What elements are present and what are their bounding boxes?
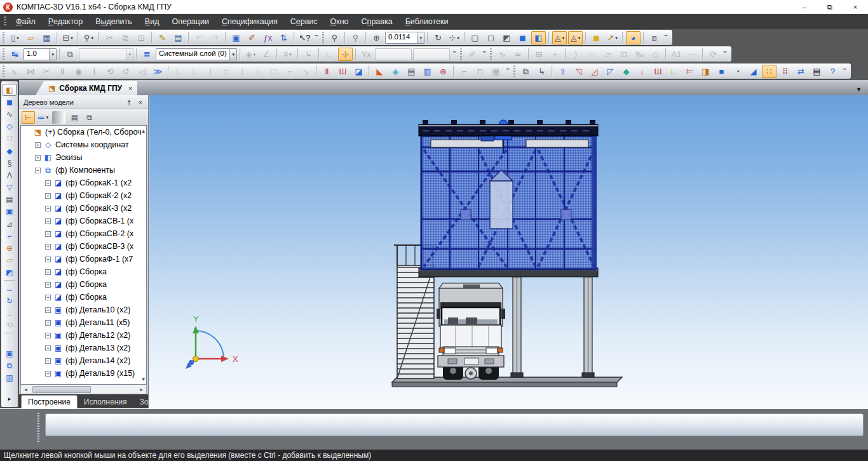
property-bar-grip[interactable] <box>37 413 39 443</box>
toolbar-item[interactable]: ▦ <box>39 31 54 44</box>
toolbar-item[interactable]: ⊡ <box>134 31 149 44</box>
toolbar-item[interactable]: ◆ <box>619 65 634 78</box>
panel-button[interactable]: ▸ <box>3 393 17 405</box>
toolbar-item[interactable] <box>622 32 623 43</box>
tree-item[interactable]: + ◪ (ф) СборкаСВ-1 (x <box>21 215 146 227</box>
toolbar-item[interactable] <box>57 32 58 43</box>
panel-button[interactable]: ◧ <box>3 84 17 96</box>
toolbar-item[interactable]: □ <box>267 65 281 78</box>
panel-button[interactable]: ↔ <box>3 283 17 295</box>
tree-toolbar-button[interactable]: ⧉ <box>83 111 96 124</box>
toolbar-item[interactable] <box>294 32 295 43</box>
toolbar-item[interactable]: ⊾ <box>8 65 22 78</box>
panel-button[interactable] <box>4 280 15 281</box>
toolbar-item[interactable]: Ⅰ <box>203 65 218 78</box>
toolbar-item[interactable]: ⋈ <box>24 65 38 78</box>
tree-bottom-tab[interactable]: Построение <box>21 395 78 408</box>
tree-toolbar-button[interactable]: ⊢ <box>22 111 35 124</box>
toolbar-item[interactable] <box>702 48 703 60</box>
tree-scroll-down-icon[interactable]: ▾ <box>142 376 145 382</box>
toolbar-item[interactable]: ◼ <box>515 31 530 44</box>
toolbar-item[interactable]: ⊥ <box>235 65 250 78</box>
panel-button[interactable]: ◩ <box>3 267 17 279</box>
toolbar-item[interactable]: ∟ <box>322 48 337 61</box>
tree-expand-toggle[interactable]: + <box>45 307 51 313</box>
toolbar-item[interactable]: Системный слой (0) ▾ <box>156 48 237 60</box>
viewport-canvas[interactable]: Y X <box>149 95 868 408</box>
toolbar-item[interactable]: ↻ <box>431 31 445 44</box>
tree-item[interactable]: + ▣ (ф) Деталь10 (x2) <box>21 304 146 316</box>
toolbar-item[interactable] <box>355 48 356 60</box>
toolbar-item[interactable] <box>513 65 515 77</box>
panel-button[interactable]: ▥ <box>3 371 17 384</box>
toolbar-item[interactable]: ↳ <box>301 48 316 61</box>
toolbar-item[interactable]: ✐ <box>465 48 480 61</box>
toolbar-item[interactable] <box>297 48 299 60</box>
panel-button[interactable]: ⊥ <box>3 307 17 319</box>
panel-button[interactable]: ▤ <box>3 194 17 206</box>
tree-expand-toggle[interactable]: + <box>45 295 51 300</box>
tree-item[interactable]: + ◪ (ф) СборкаСВ-3 (x <box>21 240 146 253</box>
tab-close-icon[interactable]: × <box>128 84 132 92</box>
toolbar-item[interactable]: ◬ ▾ <box>568 31 583 44</box>
toolbar-item[interactable] <box>375 48 412 60</box>
toolbar-item[interactable]: ◼ <box>589 31 604 44</box>
tree-horizontal-scrollbar[interactable]: ◂ ▸ <box>20 385 147 394</box>
toolbar-item[interactable]: ▤ <box>171 31 186 44</box>
toolbar-item[interactable]: ⊓ <box>473 65 487 78</box>
toolbar-item[interactable]: ? <box>825 65 840 78</box>
toolbar-item[interactable] <box>225 32 226 43</box>
toolbar-item[interactable] <box>240 48 241 60</box>
toolbar-item[interactable] <box>78 32 79 43</box>
document-tab[interactable]: ⬔ Сборка КМД ГПУ × <box>36 81 137 95</box>
toolbar-item[interactable]: 0.0114 ▾ <box>385 32 424 44</box>
toolbar-item[interactable]: ∟ <box>667 65 681 78</box>
tree-item[interactable]: + ◪ (ф) СборкаК-1 (x2 <box>21 177 146 189</box>
tree-expand-toggle[interactable]: + <box>45 269 51 275</box>
toolbar-item[interactable]: ◧ <box>531 31 546 44</box>
toolbar-item[interactable] <box>3 48 4 60</box>
3d-scene[interactable]: Y X <box>149 95 868 408</box>
toolbar-item[interactable]: ▥ <box>420 65 435 78</box>
toolbar-item[interactable]: ✎ <box>155 31 170 44</box>
toolbar-item[interactable]: 1.0 ▾ <box>24 48 57 60</box>
toolbar-item[interactable]: ▤ <box>810 65 824 78</box>
toolbar-item[interactable]: ⊨ <box>682 65 697 78</box>
panel-button[interactable]: ⌐ <box>3 230 17 242</box>
tree-item[interactable]: + ▣ (ф) Деталь19 (x15) <box>21 367 146 380</box>
toolbar-item[interactable] <box>505 65 511 78</box>
toolbar-item[interactable]: ◪ <box>351 65 366 78</box>
panel-button[interactable]: ◆ <box>3 145 17 157</box>
toolbar-item[interactable]: ◉ <box>71 65 86 78</box>
toolbar-item[interactable]: ◻ <box>484 31 498 44</box>
tree-expand-toggle[interactable]: + <box>45 371 51 377</box>
toolbar-item[interactable] <box>3 65 4 77</box>
toolbar-item[interactable]: ≣ <box>140 48 154 61</box>
toolbar-item[interactable] <box>313 31 320 44</box>
panel-button[interactable]: ↻ <box>3 295 17 307</box>
panel-button[interactable]: ▣ <box>3 347 17 359</box>
toolbar-item[interactable]: ⚲ <box>348 31 363 44</box>
tree-item[interactable]: + ▣ (ф) Деталь11 (x5) <box>21 316 146 329</box>
tree-item[interactable]: + ◧ Эскизы <box>21 151 146 164</box>
tree-item[interactable]: − ⧉ (ф) Компоненты <box>21 164 146 177</box>
model-roof-cap[interactable] <box>419 120 598 136</box>
toolbar-item[interactable] <box>316 65 317 77</box>
toolbar-item[interactable] <box>841 65 848 78</box>
panel-button[interactable]: ▱ <box>3 255 17 267</box>
toolbar-item[interactable]: ▤ <box>404 65 419 78</box>
toolbar-item[interactable]: ⚲ ▾ <box>81 31 96 44</box>
toolbar-item[interactable]: ◁ <box>135 65 149 78</box>
toolbar-item[interactable]: } <box>569 48 583 61</box>
toolbar-item[interactable]: ◔ <box>730 65 745 78</box>
tree-item[interactable]: + ◪ (ф) Сборка <box>21 291 146 304</box>
toolbar-item[interactable] <box>665 48 667 60</box>
toolbar-item[interactable] <box>643 32 644 43</box>
toolbar-item[interactable]: ⇄ <box>794 65 808 78</box>
toolbar-item[interactable]: ⊛ <box>436 65 451 78</box>
toolbar-item[interactable]: ⧉ <box>118 31 133 44</box>
tree-item[interactable]: + ▣ (ф) Деталь13 (x2) <box>21 342 146 354</box>
toolbar-item[interactable]: ◢ <box>746 65 761 78</box>
toolbar-item[interactable]: ↹ <box>8 48 22 61</box>
toolbar-item[interactable] <box>565 48 566 60</box>
